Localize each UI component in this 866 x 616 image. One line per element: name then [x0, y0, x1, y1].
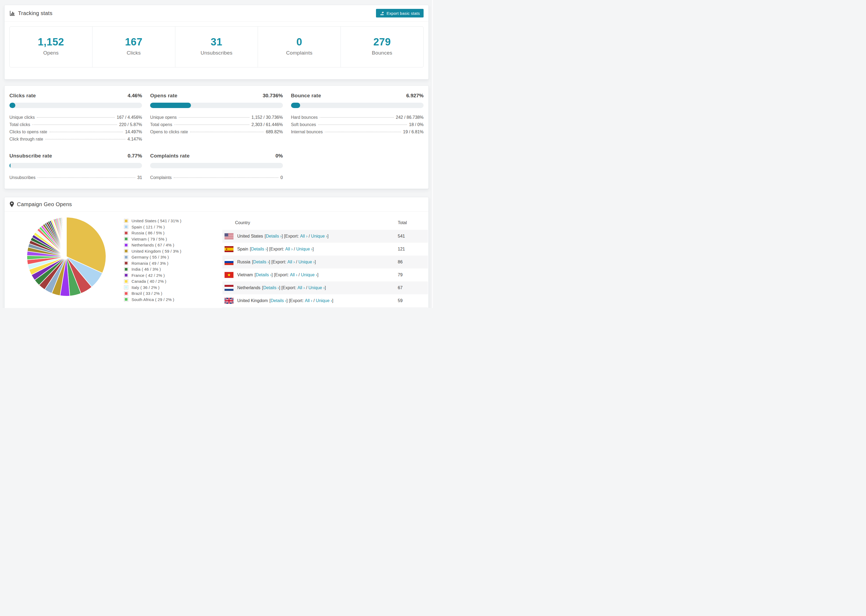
- export-all-link[interactable]: All ›: [298, 285, 305, 290]
- rates-card: Clicks rate 4.46% Unique clicks167 / 4.4…: [4, 85, 429, 189]
- details-link[interactable]: Details ›: [271, 298, 287, 303]
- export-all-link[interactable]: All ›: [285, 247, 293, 251]
- rate-row: Soft bounces18 / 0%: [291, 121, 424, 128]
- legend-swatch: [124, 292, 128, 295]
- legend-swatch: [124, 219, 128, 223]
- rate-row: Opens to clicks rate689.82%: [150, 128, 283, 135]
- table-row: Russia[Details ›] [Export: All › / Uniqu…: [222, 256, 428, 269]
- total-value: 121: [398, 247, 428, 251]
- tracking-stats-header: Tracking stats Export basic stats: [5, 5, 428, 22]
- dashboard-page: Tracking stats Export basic stats 1,152 …: [0, 0, 433, 308]
- table-row: United Kingdom[Details ›] [Export: All ›…: [222, 294, 428, 307]
- total-value: 86: [398, 259, 428, 264]
- legend-swatch: [124, 297, 128, 301]
- opens-count: 1,152: [10, 36, 92, 48]
- export-unique-link[interactable]: Unique ›: [298, 259, 314, 264]
- export-unique-link[interactable]: Unique ›: [309, 285, 324, 290]
- unsubscribe-rate-bar: [9, 163, 142, 168]
- legend-swatch: [124, 273, 128, 277]
- details-link[interactable]: Details ›: [263, 285, 279, 290]
- export-unique-link[interactable]: Unique ›: [296, 247, 312, 251]
- export-unique-link[interactable]: Unique ›: [316, 298, 332, 303]
- rate-row: Unsubscribes31: [9, 174, 142, 181]
- ru-flag-icon: [225, 259, 233, 265]
- export-basic-stats-button[interactable]: Export basic stats: [376, 9, 424, 17]
- page-title: Tracking stats: [18, 10, 52, 16]
- clicks-rate-bar: [9, 103, 142, 108]
- table-row: Netherlands[Details ›] [Export: All › / …: [222, 281, 428, 294]
- rate-row: Clicks to opens rate14.497%: [9, 128, 142, 135]
- unsubscribe-rate-title: Unsubscribe rate: [9, 153, 52, 159]
- bounces-count: 279: [341, 36, 423, 48]
- details-link[interactable]: Details ›: [266, 234, 282, 239]
- clicks-rate-panel: Clicks rate 4.46% Unique clicks167 / 4.4…: [9, 93, 142, 143]
- export-all-link[interactable]: All ›: [290, 272, 298, 277]
- legend-swatch: [124, 261, 128, 265]
- opens-rate-value: 30.736%: [263, 93, 283, 99]
- geo-pie-chart: [9, 216, 112, 308]
- unsubscribe-rate-panel: Unsubscribe rate 0.77% Unsubscribes31: [9, 153, 142, 181]
- rate-row: Internal bounces19 / 6.81%: [291, 128, 424, 135]
- complaints-count: 0: [258, 36, 340, 48]
- legend-swatch: [124, 225, 128, 229]
- geo-legend: United States ( 541 / 31% ) Spain ( 121 …: [112, 216, 222, 308]
- legend-item: India ( 46 / 3% ): [124, 267, 222, 272]
- legend-item: Brazil ( 33 / 2% ): [124, 291, 222, 295]
- country-column-header: Country: [222, 220, 398, 225]
- rate-row: Unique clicks167 / 4.456%: [9, 114, 142, 121]
- bounce-rate-panel: Bounce rate 6.927% Hard bounces242 / 86.…: [291, 93, 424, 143]
- us-flag-icon: [225, 233, 233, 239]
- table-row: Germany[Details ›] [Export: All › / Uniq…: [222, 307, 428, 308]
- geo-opens-header: Campaign Geo Opens: [5, 197, 428, 212]
- complaints-rate-title: Complaints rate: [150, 153, 190, 159]
- geo-title: Campaign Geo Opens: [17, 201, 72, 207]
- details-link[interactable]: Details ›: [253, 259, 269, 264]
- table-row: Vietnam[Details ›] [Export: All › / Uniq…: [222, 269, 428, 281]
- pie-svg: [26, 216, 107, 297]
- export-unique-link[interactable]: Unique ›: [301, 272, 317, 277]
- clicks-rate-title: Clicks rate: [9, 93, 36, 99]
- table-row: Spain[Details ›] [Export: All › / Unique…: [222, 243, 428, 256]
- bar-chart-icon: [9, 10, 15, 16]
- legend-item: United States ( 541 / 31% ): [124, 218, 222, 223]
- rate-row: Unique opens1,152 / 30.736%: [150, 114, 283, 121]
- vertical-scrollbar[interactable]: [431, 0, 433, 308]
- legend-swatch: [124, 237, 128, 241]
- unsubscribes-count: 31: [175, 36, 258, 48]
- bounce-rate-bar: [291, 103, 424, 108]
- gb-flag-icon: [225, 298, 233, 304]
- legend-item: Canada ( 40 / 2% ): [124, 279, 222, 284]
- legend-item: South Africa ( 29 / 2% ): [124, 297, 222, 302]
- table-row: United States[Details ›] [Export: All › …: [222, 230, 428, 243]
- rate-row: Click through rate4.147%: [9, 135, 142, 143]
- rate-row: Total opens2,303 / 61.446%: [150, 121, 283, 128]
- es-flag-icon: [225, 246, 233, 252]
- stat-opens: 1,152 Opens: [10, 27, 93, 67]
- legend-swatch: [124, 249, 128, 253]
- details-link[interactable]: Details ›: [256, 272, 272, 277]
- legend-swatch: [124, 243, 128, 247]
- bounce-rate-title: Bounce rate: [291, 93, 321, 99]
- vn-flag-icon: [225, 272, 233, 278]
- geo-table-header: Country Total: [222, 216, 428, 230]
- total-value: 541: [398, 234, 428, 239]
- total-value: 59: [398, 298, 428, 303]
- export-all-link[interactable]: All ›: [288, 259, 295, 264]
- stat-clicks: 167 Clicks: [93, 27, 175, 67]
- stat-unsubscribes: 31 Unsubscribes: [175, 27, 258, 67]
- details-link[interactable]: Details ›: [251, 247, 267, 251]
- clicks-rate-value: 4.46%: [128, 93, 142, 99]
- legend-swatch: [124, 267, 128, 271]
- stat-bounces: 279 Bounces: [341, 27, 423, 67]
- export-all-link[interactable]: All ›: [305, 298, 312, 303]
- geo-table: Country Total United States[Details ›] […: [222, 216, 428, 308]
- legend-swatch: [124, 280, 128, 283]
- clicks-count: 167: [93, 36, 175, 48]
- export-unique-link[interactable]: Unique ›: [311, 234, 327, 239]
- legend-item: Netherlands ( 67 / 4% ): [124, 243, 222, 247]
- unsubscribe-rate-value: 0.77%: [128, 153, 142, 159]
- legend-item: Russia ( 86 / 5% ): [124, 231, 222, 235]
- tracking-stats-title: Tracking stats: [9, 10, 52, 16]
- export-all-link[interactable]: All ›: [300, 234, 308, 239]
- bounce-rate-value: 6.927%: [406, 93, 424, 99]
